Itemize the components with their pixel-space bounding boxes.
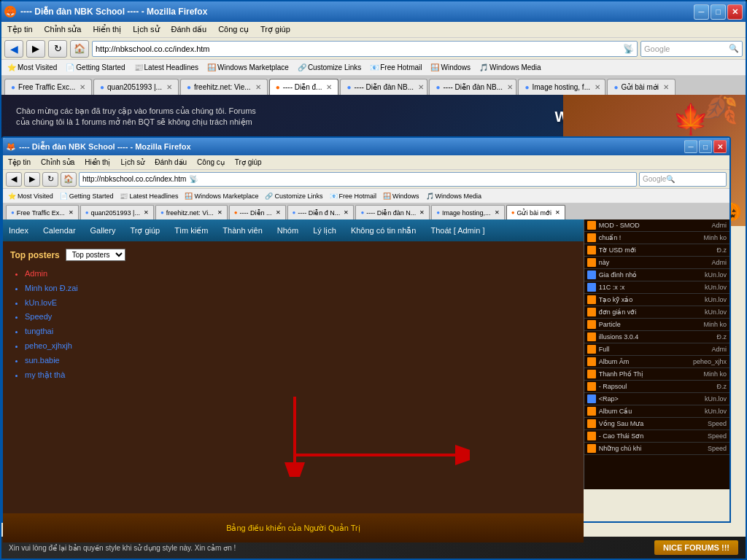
inner-bookmark-windows[interactable]: 🪟 Windows: [381, 192, 422, 201]
back-button[interactable]: ◀: [4, 40, 23, 58]
bookmark-windows[interactable]: 🪟 Windows: [427, 63, 473, 72]
inner-bookmark-hotmail[interactable]: 📧 Free Hotmail: [328, 192, 379, 201]
inner-bookmark-marketplace[interactable]: 🪟 Windows Marketplace: [182, 192, 260, 201]
inner-menu-history[interactable]: Lịch sử: [118, 158, 147, 167]
bookmark-free-hotmail[interactable]: 📧 Free Hotmail: [367, 63, 425, 72]
inner-menu-file[interactable]: Tệp tin: [6, 158, 33, 167]
maximize-button[interactable]: □: [711, 4, 726, 20]
inner-bookmark-headlines[interactable]: 📰 Latest Headlines: [117, 192, 180, 201]
menu-file[interactable]: Tệp tin: [4, 23, 36, 36]
inner-forward-button[interactable]: ▶: [24, 172, 40, 187]
tab-close-icon[interactable]: ✕: [595, 83, 600, 91]
tab-freehitz[interactable]: ● freehitz.net: Vie... ✕: [180, 79, 268, 95]
right-panel-item[interactable]: Vồng Sau MưaSpeed: [584, 418, 729, 430]
right-panel-item[interactable]: Thanh Phố ThịMinh ko: [584, 368, 729, 381]
nav-gallery[interactable]: Gallery: [90, 226, 116, 235]
tab-close-icon[interactable]: ✕: [418, 83, 424, 91]
tab-free-traffic[interactable]: ● Free Traffic Exc... ✕: [4, 79, 92, 95]
right-panel-item[interactable]: nàyAdmi: [584, 257, 729, 269]
inner-search-box[interactable]: Google 🔍: [639, 172, 727, 187]
tab-close-icon[interactable]: ✕: [663, 83, 669, 91]
top-posters-dropdown[interactable]: Top posters: [66, 249, 125, 261]
inner-tab-close[interactable]: ✕: [144, 209, 149, 216]
inner-tab-quan[interactable]: ● quan2051993 |... ✕: [80, 205, 154, 219]
tab-gui-bai-moi[interactable]: ● Gửi bài mới ✕: [607, 79, 676, 95]
tab-close-icon[interactable]: ✕: [326, 83, 332, 91]
tab-dien-dan-nb1[interactable]: ● ---- Diễn đàn NB... ✕: [340, 79, 427, 95]
inner-bookmark-most-visited[interactable]: ⭐ Most Visited: [6, 192, 55, 201]
forward-button[interactable]: ▶: [26, 40, 45, 58]
right-panel-item[interactable]: ParticleMinh ko: [584, 319, 729, 331]
bookmark-latest-headlines[interactable]: 📰 Latest Headlines: [131, 63, 202, 72]
inner-tab-dien-dan-nb2[interactable]: ● ---- Diễn đàn N... ✕: [355, 205, 430, 219]
menu-bookmarks[interactable]: Đánh dấu: [169, 23, 210, 36]
menu-help[interactable]: Trợ giúp: [258, 23, 293, 36]
right-panel-item[interactable]: đơn giản vớikUn.lov: [584, 306, 729, 319]
poster-my-that-tha[interactable]: my thật thà: [25, 368, 576, 383]
inner-tab-free-traffic[interactable]: ● Free Traffic Ex... ✕: [6, 205, 79, 219]
menu-view[interactable]: Hiển thị: [90, 23, 125, 36]
poster-admin[interactable]: Admin: [25, 267, 576, 281]
search-icon[interactable]: 🔍: [729, 44, 739, 53]
url-bar[interactable]: http://nbkschool.co.cc/index.htm 📡: [92, 41, 638, 57]
tab-close-icon[interactable]: ✕: [507, 83, 513, 91]
nav-groups[interactable]: Nhóm: [277, 226, 298, 235]
inner-tab-close[interactable]: ✕: [344, 209, 349, 216]
nav-members[interactable]: Thành viên: [222, 226, 262, 235]
right-panel-item[interactable]: Những chú khiSpeed: [584, 443, 729, 455]
right-panel-item[interactable]: Tạo kỹ xảokUn.lov: [584, 294, 729, 306]
inner-menu-view[interactable]: Hiển thị: [82, 158, 112, 167]
inner-back-button[interactable]: ◀: [6, 172, 22, 187]
nav-help[interactable]: Trợ giúp: [130, 226, 160, 236]
inner-tab-close[interactable]: ✕: [276, 209, 281, 216]
tab-close-icon[interactable]: ✕: [255, 83, 261, 91]
tab-quan[interactable]: ● quan2051993 |... ✕: [93, 79, 179, 95]
inner-bookmark-windows-media[interactable]: 🎵 Windows Media: [424, 192, 484, 201]
nav-search[interactable]: Tìm kiếm: [174, 226, 208, 236]
bookmark-most-visited[interactable]: ⭐ Most Visited: [4, 63, 60, 72]
inner-bookmark-customize[interactable]: 🔗 Customize Links: [263, 192, 325, 201]
inner-refresh-button[interactable]: ↻: [42, 172, 58, 187]
right-panel-item[interactable]: Album Âmpeheo_xjhx: [584, 356, 729, 368]
tab-close-icon[interactable]: ✕: [80, 83, 85, 91]
nav-messages[interactable]: Không có tin nhắn: [351, 226, 417, 236]
inner-tab-gui-bai-moi[interactable]: ● Gửi bài mới ✕: [506, 205, 565, 219]
poster-kun-love[interactable]: kUn.lovE: [25, 296, 576, 311]
inner-menu-edit[interactable]: Chỉnh sửa: [39, 158, 77, 167]
tab-dien-dan-active[interactable]: ● ---- Diễn đ... ✕: [269, 79, 339, 95]
bookmark-windows-media[interactable]: 🎵 Windows Media: [476, 63, 544, 72]
inner-bookmark-getting-started[interactable]: 📄 Getting Started: [58, 192, 116, 201]
nice-forums-button[interactable]: NICE FORUMS !!!: [654, 540, 738, 555]
right-panel-item[interactable]: chuẩn !Minh ko: [584, 232, 729, 244]
home-button[interactable]: 🏠: [70, 40, 89, 58]
refresh-button[interactable]: ↻: [48, 40, 67, 58]
inner-menu-help[interactable]: Trợ giúp: [233, 158, 264, 167]
poster-minh-kon[interactable]: Minh kon Đ.zai: [25, 281, 576, 296]
right-panel-item[interactable]: FullAdmi: [584, 343, 729, 356]
tab-dien-dan-nb2[interactable]: ● ---- Diễn đàn NB... ✕: [429, 79, 516, 95]
inner-tab-close[interactable]: ✕: [495, 209, 500, 216]
nav-calendar[interactable]: Calendar: [43, 226, 76, 235]
right-panel-item[interactable]: 11C :x :xkUn.lov: [584, 281, 729, 294]
inner-menu-bookmarks[interactable]: Đánh dấu: [152, 158, 189, 167]
right-panel-item[interactable]: Tờ USD mớiĐ.z: [584, 244, 729, 257]
menu-history[interactable]: Lịch sử: [130, 23, 162, 36]
nav-logout[interactable]: Thoát [ Admin ]: [430, 226, 484, 235]
nav-profile[interactable]: Lý lịch: [313, 226, 336, 236]
right-panel-item[interactable]: illusions 3.0.4Đ.z: [584, 331, 729, 343]
poster-tungthai[interactable]: tungthai: [25, 324, 576, 339]
inner-tab-dien-dan-nb1[interactable]: ● ---- Diễn đ N... ✕: [287, 205, 355, 219]
bookmark-customize-links[interactable]: 🔗 Customize Links: [295, 63, 364, 72]
bookmark-getting-started[interactable]: 📄 Getting Started: [63, 63, 128, 72]
right-panel-item[interactable]: Album CầukUn.lov: [584, 405, 729, 418]
inner-tab-freehitz[interactable]: ● freehitz.net: Vi... ✕: [155, 205, 228, 219]
inner-search-icon[interactable]: 🔍: [666, 175, 675, 183]
inner-home-button[interactable]: 🏠: [61, 172, 77, 187]
inner-tab-close[interactable]: ✕: [555, 209, 560, 216]
inner-tab-close[interactable]: ✕: [419, 209, 425, 216]
inner-maximize-button[interactable]: □: [699, 140, 712, 153]
inner-tab-dien-dan[interactable]: ● ---- Diễn ... ✕: [229, 205, 286, 219]
menu-edit[interactable]: Chỉnh sửa: [42, 23, 85, 36]
minimize-button[interactable]: ─: [694, 4, 709, 20]
search-box[interactable]: Google 🔍: [640, 41, 743, 57]
